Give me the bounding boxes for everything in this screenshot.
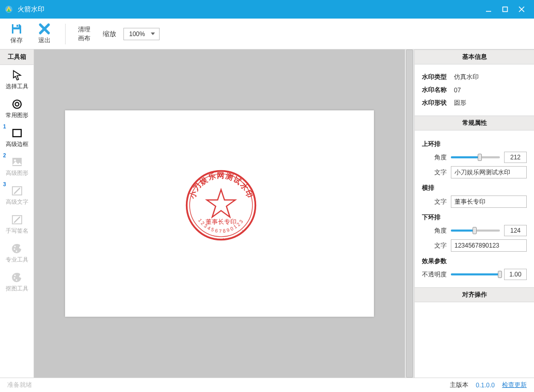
window-title: 火箭水印: [18, 5, 44, 14]
exit-button[interactable]: 退出: [34, 23, 55, 45]
vertical-scrollbar[interactable]: [405, 50, 414, 378]
svg-rect-2: [503, 7, 508, 12]
main-toolbar: 保存 退出 清理 画布 缩放 100%: [0, 19, 534, 50]
svg-rect-6: [13, 29, 20, 34]
svg-point-10: [13, 100, 21, 108]
watermark-type-value: 仿真水印: [454, 73, 479, 81]
svg-rect-12: [13, 129, 21, 137]
close-button[interactable]: [513, 0, 530, 19]
exit-icon: [38, 23, 51, 35]
tool-advanced-shape[interactable]: 2 高级图形: [0, 152, 34, 181]
status-bar: 准备就绪 主版本 0.1.0.0 检查更新: [0, 378, 534, 392]
clear-canvas-button[interactable]: 清理 画布: [76, 25, 92, 42]
upper-arc-group: 上环排: [422, 140, 527, 149]
version-value: 0.1.0.0: [476, 382, 495, 389]
svg-point-19: [15, 250, 17, 252]
basic-info-header: 基本信息: [415, 50, 534, 64]
zoom-label: 缩放: [103, 29, 116, 39]
status-ready: 准备就绪: [7, 381, 32, 389]
tool-advanced-text[interactable]: 3 高级文字: [0, 181, 34, 209]
svg-point-20: [14, 274, 15, 276]
toolbox-header: 工具箱: [0, 50, 34, 65]
watermark-name-value: 07: [454, 87, 461, 94]
opacity-slider[interactable]: [451, 273, 500, 275]
text-frame-icon: [11, 185, 23, 197]
cursor-icon: [11, 69, 23, 81]
horizontal-group: 横排: [422, 184, 527, 192]
lower-angle-input[interactable]: 124: [504, 225, 527, 236]
caret-down-icon: [151, 32, 155, 35]
svg-point-21: [13, 277, 15, 279]
zoom-select[interactable]: 100%: [123, 28, 160, 40]
tool-pro-tools[interactable]: 专业工具: [0, 238, 34, 267]
check-update-link[interactable]: 检查更新: [502, 381, 527, 389]
svg-text:小刀娱乐网测试水印: 小刀娱乐网测试水印: [187, 171, 254, 200]
toolbox: 工具箱 选择工具 常用图形 1 高级边框 2 高级图形 3 高级文字 手写签名: [0, 50, 34, 378]
tool-select[interactable]: 选择工具: [0, 65, 34, 94]
lower-arc-group: 下环排: [422, 213, 527, 222]
svg-point-17: [14, 246, 15, 247]
upper-angle-input[interactable]: 212: [504, 152, 527, 163]
canvas-page[interactable]: 小刀娱乐网测试水印 1234567890123 董事长专印: [65, 110, 374, 317]
exit-label: 退出: [38, 36, 51, 45]
titlebar: 火箭水印: [0, 0, 534, 19]
tool-cutout[interactable]: 抠图工具: [0, 267, 34, 296]
save-label: 保存: [10, 36, 23, 45]
horizontal-text-input[interactable]: 董事长专印: [451, 195, 527, 208]
toolbar-divider: [65, 24, 66, 44]
maximize-button[interactable]: [497, 0, 513, 19]
app-logo-icon: [4, 5, 13, 14]
canvas-area: 小刀娱乐网测试水印 1234567890123 董事长专印: [34, 50, 414, 378]
svg-point-22: [15, 279, 17, 281]
svg-point-14: [14, 159, 16, 161]
properties-panel: 基本信息 水印类型仿真水印 水印名称07 水印形状圆形 常规属性 上环排 角度 …: [414, 50, 534, 378]
shapes-icon: [11, 98, 23, 110]
watermark-shape-value: 圆形: [454, 99, 466, 107]
image-icon: [11, 156, 23, 168]
effect-group: 效果参数: [422, 257, 527, 266]
regular-props-header: 常规属性: [415, 116, 534, 130]
pencil-frame-icon: [11, 214, 23, 226]
align-ops-header: 对齐操作: [415, 287, 534, 302]
palette-icon: [11, 242, 23, 255]
tool-common-shapes[interactable]: 常用图形: [0, 94, 34, 123]
save-icon: [10, 23, 23, 35]
palette-icon: [11, 271, 23, 284]
tool-handwrite-sign[interactable]: 手写签名: [0, 209, 34, 238]
svg-point-11: [15, 102, 19, 106]
tool-advanced-border[interactable]: 1 高级边框: [0, 123, 34, 152]
svg-point-18: [13, 248, 15, 250]
svg-text:董事长专印: 董事长专印: [206, 218, 237, 225]
upper-text-input[interactable]: 小刀娱乐网测试水印: [451, 166, 527, 178]
opacity-input[interactable]: 1.00: [504, 269, 527, 280]
save-button[interactable]: 保存: [6, 23, 27, 45]
zoom-value: 100%: [129, 30, 145, 38]
version-label: 主版本: [450, 381, 468, 389]
svg-rect-7: [17, 25, 18, 27]
lower-angle-slider[interactable]: [451, 230, 500, 232]
minimize-button[interactable]: [480, 0, 497, 19]
stamp-preview[interactable]: 小刀娱乐网测试水印 1234567890123 董事长专印: [182, 166, 260, 244]
lower-text-input[interactable]: 1234567890123: [451, 239, 527, 252]
border-rect-icon: [11, 127, 23, 139]
upper-angle-slider[interactable]: [451, 156, 500, 158]
